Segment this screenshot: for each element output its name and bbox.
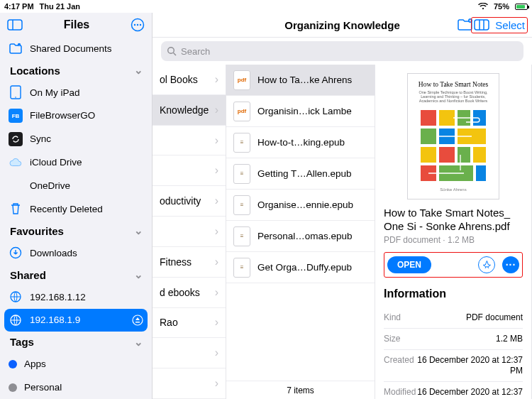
sidebar-item-server-1[interactable]: 192.168.1.12 <box>0 285 152 309</box>
cover-art <box>418 109 489 183</box>
chevron-right-icon: › <box>215 286 218 299</box>
sidebar-item-icloud[interactable]: iCloud Drive <box>0 151 152 174</box>
more-icon[interactable] <box>131 18 145 32</box>
file-icon: ≡ <box>233 133 250 153</box>
svg-rect-30 <box>421 147 436 163</box>
svg-rect-18 <box>475 20 489 30</box>
wifi-icon <box>478 3 488 10</box>
download-icon <box>9 246 23 260</box>
sidebar-item-downloads[interactable]: Downloads <box>0 241 152 265</box>
chevron-down-icon: ⌄ <box>134 224 143 237</box>
svg-text:+: + <box>18 44 20 47</box>
folder-row[interactable]: › <box>153 368 226 399</box>
file-row[interactable]: ≡Organise…ennie.epub <box>226 190 375 221</box>
open-button[interactable]: OPEN <box>387 256 431 273</box>
sidebar-item-on-my-ipad[interactable]: On My iPad <box>0 81 152 104</box>
file-row[interactable]: ≡Personal…omas.epub <box>226 221 375 252</box>
sidebar-title: Files <box>64 18 89 31</box>
chevron-right-icon: › <box>215 316 218 329</box>
markup-icon[interactable] <box>478 256 495 273</box>
info-row: Size1.2 MB <box>384 329 523 350</box>
page-title: Organizing Knowledge <box>284 19 400 31</box>
svg-rect-24 <box>439 110 455 126</box>
sidebar-item-filebrowsergo[interactable]: FBFileBrowserGO <box>0 104 152 128</box>
chevron-right-icon: › <box>215 73 218 86</box>
sidebar-toggle-icon[interactable] <box>7 19 23 31</box>
folder-row[interactable]: › <box>153 126 226 156</box>
columns-view-icon[interactable] <box>474 19 489 31</box>
file-row[interactable]: ≡Get Orga…Duffy.epub <box>226 252 375 283</box>
search-placeholder: Search <box>181 46 210 57</box>
battery-icon <box>515 4 528 10</box>
svg-point-4 <box>137 24 138 26</box>
sidebar: Files + Shared Documents Locations ⌄ On … <box>0 13 153 399</box>
folder-row[interactable]: › <box>153 217 226 247</box>
info-row: Modified16 December 2020 at 12:37 PM <box>384 382 523 399</box>
folder-row[interactable]: oductivity› <box>153 186 226 217</box>
svg-point-3 <box>134 24 135 26</box>
more-actions-icon[interactable]: ··· <box>502 256 519 273</box>
item-count: 7 items <box>226 381 375 399</box>
shared-docs-icon: + <box>9 41 23 55</box>
folder-row[interactable]: Knowledge› <box>153 95 226 126</box>
file-row[interactable]: ≡Getting T…Allen.epub <box>226 158 375 190</box>
column-folders: ol Books›Knowledge›››oductivity››Fitness… <box>153 65 226 399</box>
svg-rect-36 <box>476 165 486 181</box>
chevron-down-icon: ⌄ <box>134 336 143 349</box>
sync-icon <box>9 132 23 146</box>
svg-point-21 <box>168 48 174 54</box>
globe-icon <box>9 290 23 304</box>
sidebar-item-sync[interactable]: Sync <box>0 127 152 151</box>
folder-row[interactable]: › <box>153 155 226 186</box>
file-icon: pdf <box>233 102 250 121</box>
svg-point-5 <box>140 24 141 26</box>
trash-icon <box>9 202 23 216</box>
file-icon: pdf <box>233 70 250 90</box>
file-icon: ≡ <box>233 195 250 215</box>
section-favourites[interactable]: Favourites⌄ <box>0 221 152 241</box>
file-meta: PDF document · 1.2 MB <box>384 235 523 245</box>
chevron-right-icon: › <box>215 256 218 268</box>
chevron-down-icon: ⌄ <box>134 268 143 281</box>
chevron-right-icon: › <box>215 134 218 147</box>
svg-rect-23 <box>421 110 436 126</box>
sidebar-item-server-2[interactable]: 192.168.1.9 <box>4 309 148 332</box>
chevron-right-icon: › <box>215 377 218 390</box>
sidebar-item-recently-deleted[interactable]: Recently Deleted <box>0 197 152 221</box>
file-row[interactable]: ≡How-to-t…king.epub <box>226 127 375 158</box>
chevron-down-icon: ⌄ <box>134 64 143 77</box>
sidebar-tag-apps[interactable]: Apps <box>0 352 152 376</box>
ipad-icon <box>9 85 23 99</box>
search-input[interactable]: Search <box>161 41 523 61</box>
battery-pct: 75% <box>494 2 509 11</box>
column-files: pdfHow to Ta…ke AhrenspdfOrganisin…ick L… <box>226 65 375 399</box>
main-header: Organizing Knowledge Select <box>153 13 532 38</box>
svg-point-9 <box>15 97 16 98</box>
header-right-highlight: Select <box>471 17 528 33</box>
file-thumbnail: How to Take Smart Notes One Simple Techn… <box>407 73 499 200</box>
section-tags[interactable]: Tags⌄ <box>0 332 152 352</box>
file-row[interactable]: pdfOrganisin…ick Lambe <box>226 96 375 127</box>
svg-line-22 <box>174 53 177 56</box>
folder-row[interactable]: ol Books› <box>153 65 226 95</box>
file-icon: ≡ <box>233 226 250 246</box>
sidebar-tag-personal[interactable]: Personal <box>0 376 152 399</box>
select-button[interactable]: Select <box>495 19 525 31</box>
status-bar: 4:17 PM Thu 21 Jan 75% <box>0 0 532 13</box>
sidebar-shared-documents[interactable]: + Shared Documents <box>0 37 152 60</box>
filebrowser-icon: FB <box>9 109 23 123</box>
file-row[interactable]: pdfHow to Ta…ke Ahrens <box>226 65 375 96</box>
folder-row[interactable]: d ebooks› <box>153 278 226 308</box>
section-shared[interactable]: Shared⌄ <box>0 265 152 285</box>
svg-rect-32 <box>458 147 470 163</box>
folder-row[interactable]: › <box>153 338 226 368</box>
svg-rect-33 <box>473 147 486 163</box>
folder-row[interactable]: Rao› <box>153 308 226 339</box>
file-icon: ≡ <box>233 164 250 184</box>
chevron-right-icon: › <box>215 346 218 359</box>
eject-icon[interactable] <box>132 315 143 326</box>
sidebar-item-onedrive[interactable]: OneDrive <box>0 174 152 197</box>
chevron-right-icon: › <box>215 195 218 207</box>
folder-row[interactable]: Fitness› <box>153 247 226 278</box>
section-locations[interactable]: Locations ⌄ <box>0 60 152 81</box>
